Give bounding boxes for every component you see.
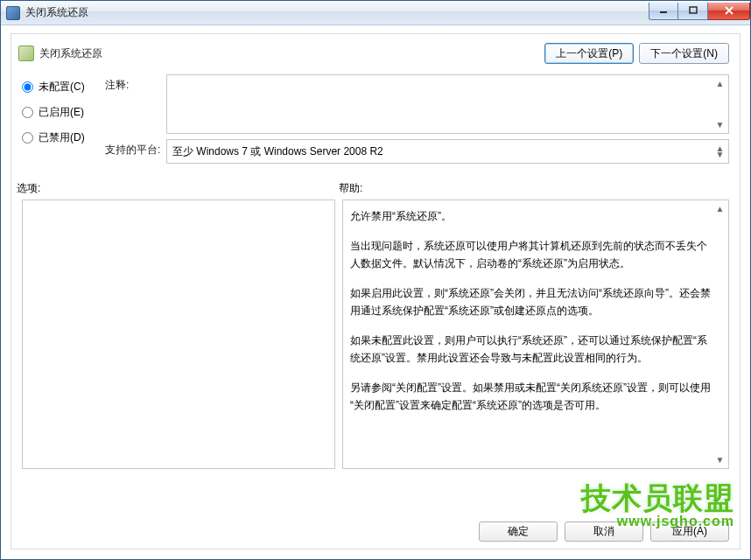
help-text: 另请参阅“关闭配置”设置。如果禁用或未配置“关闭系统还原”设置，则可以使用“关闭… [350,379,711,414]
help-text: 允许禁用“系统还原”。 [350,207,711,225]
scroll-down-icon[interactable]: ▼ [713,148,726,161]
cancel-button[interactable]: 取消 [565,522,643,542]
help-text: 当出现问题时，系统还原可以使用户将其计算机还原到先前的状态而不丢失个人数据文件。… [350,237,711,272]
help-text: 如果启用此设置，则“系统还原”会关闭，并且无法访问“系统还原向导”。还会禁用通过… [350,284,711,319]
radio-enabled[interactable]: 已启用(E) [22,105,105,120]
options-label: 选项: [15,181,339,196]
radio-disabled-label[interactable]: 已禁用(D) [39,130,85,145]
svg-rect-0 [660,11,667,13]
comment-row: 注释: ▲ ▼ [105,74,729,134]
scroll-up-icon[interactable]: ▲ [713,77,726,90]
radio-not-configured-input[interactable] [22,81,33,93]
platform-value: 至少 Windows 7 或 Windows Server 2008 R2 [172,145,383,158]
scroll-down-icon[interactable]: ▼ [713,453,726,466]
minimize-button[interactable] [649,3,678,20]
radio-not-configured[interactable]: 未配置(C) [22,80,105,94]
close-button[interactable] [708,3,750,20]
options-pane [22,200,335,469]
radio-disabled-input[interactable] [22,132,33,144]
window-frame: 关闭系统还原 关闭系统还原 上一个设置(P) 下一个设置(N) [0,0,751,560]
previous-setting-button[interactable]: 上一个设置(P) [544,43,634,64]
window-title: 关闭系统还原 [25,5,88,20]
next-setting-button[interactable]: 下一个设置(N) [639,43,729,64]
scroll-down-icon[interactable]: ▼ [713,118,726,131]
titlebar[interactable]: 关闭系统还原 [1,1,750,25]
radio-not-configured-label[interactable]: 未配置(C) [39,80,85,94]
scroll-up-icon[interactable]: ▲ [713,202,726,215]
client-area: 关闭系统还原 上一个设置(P) 下一个设置(N) 未配置(C) 已启用(E) [2,26,749,558]
split-labels: 选项: 帮助: [11,169,740,200]
policy-icon [18,46,34,61]
svg-rect-1 [690,7,697,13]
comment-label: 注释: [105,74,166,134]
radio-enabled-input[interactable] [22,107,33,118]
comment-textarea[interactable]: ▲ ▼ [166,74,729,134]
watermark-text: 技术员联盟 [581,479,734,519]
radio-disabled[interactable]: 已禁用(D) [22,130,105,145]
help-pane: 允许禁用“系统还原”。 当出现问题时，系统还原可以使用户将其计算机还原到先前的状… [342,200,729,469]
inner-frame: 关闭系统还原 上一个设置(P) 下一个设置(N) 未配置(C) 已启用(E) [11,33,740,550]
help-text: 如果未配置此设置，则用户可以执行“系统还原”，还可以通过系统保护配置“系统还原”… [350,332,711,367]
platform-textarea[interactable]: 至少 Windows 7 或 Windows Server 2008 R2 ▲ … [166,139,729,164]
apply-button[interactable]: 应用(A) [650,522,729,542]
maximize-button[interactable] [678,3,708,20]
header-row: 关闭系统还原 上一个设置(P) 下一个设置(N) [11,34,740,71]
help-label: 帮助: [339,181,362,196]
split-panes: 允许禁用“系统还原”。 当出现问题时，系统还原可以使用户将其计算机还原到先前的状… [11,200,740,469]
policy-title: 关闭系统还原 [39,46,102,61]
ok-button[interactable]: 确定 [479,522,558,542]
window-buttons [649,6,750,20]
dialog-button-row: 确定 取消 应用(A) [479,522,729,542]
radio-enabled-label[interactable]: 已启用(E) [39,105,84,120]
platform-row: 支持的平台: 至少 Windows 7 或 Windows Server 200… [105,139,729,164]
fields-column: 注释: ▲ ▼ 支持的平台: 至少 Windows 7 或 Windows Se… [105,74,729,169]
platform-label: 支持的平台: [105,139,166,164]
app-icon [6,6,20,20]
body-row: 未配置(C) 已启用(E) 已禁用(D) 注释: ▲ [11,71,740,169]
state-radio-group: 未配置(C) 已启用(E) 已禁用(D) [22,74,105,169]
